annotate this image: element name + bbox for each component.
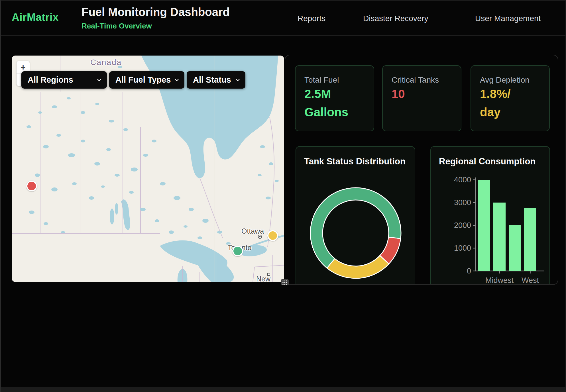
map-filters: All Regions All Fuel Types All Status [21,71,245,89]
svg-text:West: West [522,276,539,285]
svg-text:0: 0 [467,267,471,275]
svg-text:Midwest: Midwest [485,276,514,285]
regional-consumption-bar-chart: 01000200030004000MidwestWest [431,147,551,285]
map-label-canada: Canada [90,58,122,67]
svg-text:4000: 4000 [454,175,471,184]
stat-value: 10 [392,88,405,100]
bar [524,208,536,271]
stat-value: 2.5M [304,88,331,100]
overview-panel: Total Fuel 2.5M Gallons Critical Tanks 1… [285,55,558,285]
tank-status-card: Tank Status Distribution [296,146,415,285]
svg-text:3000: 3000 [454,198,471,207]
tank-marker-warning[interactable] [267,230,278,241]
tank-marker-normal[interactable] [232,246,243,256]
nav-reports[interactable]: Reports [298,14,325,23]
chevron-down-icon [174,77,180,83]
svg-text:1000: 1000 [454,244,471,252]
fuel-type-filter-dropdown[interactable]: All Fuel Types [109,71,184,89]
page-title: Fuel Monitoring Dashboard [82,6,230,19]
stat-card-avg-depletion: Avg Depletion 1.8%/ day [471,65,550,131]
tank-status-donut-chart [296,147,416,285]
status-filter-dropdown[interactable]: All Status [187,71,245,89]
donut-segment-warning [327,256,389,278]
stat-card-total-fuel: Total Fuel 2.5M Gallons [295,65,374,131]
fuel-type-filter-value: All Fuel Types [115,75,171,85]
stat-label: Avg Depletion [480,75,530,85]
header: AirMatrix Fuel Monitoring Dashboard Real… [1,1,565,36]
stat-label: Total Fuel [304,75,339,85]
bar [478,180,490,271]
stat-label: Critical Tanks [392,75,439,85]
regional-consumption-card: Regional Consumption 01000200030004000Mi… [430,146,550,285]
chevron-down-icon [235,77,241,83]
stat-value: 1.8%/ [480,88,510,100]
svg-text:2000: 2000 [454,221,471,230]
stat-card-critical-tanks: Critical Tanks 10 [382,65,461,131]
window-bottom-edge [1,387,565,392]
map-label-ottawa: Ottawa [241,227,264,235]
region-filter-dropdown[interactable]: All Regions [21,71,107,89]
map[interactable]: Canada Ottawa Toronto New York + − All R… [12,56,284,282]
bar [493,203,506,271]
nav-user-management[interactable]: User Management [475,14,541,23]
stat-value: day [480,106,500,118]
recent-alerts-section: Recent Alerts Tank 2: Low fuel warning 3… [1,285,565,387]
status-filter-value: All Status [193,75,231,85]
chevron-down-icon [96,77,102,83]
stat-value: Gallons [304,106,348,118]
region-filter-value: All Regions [28,75,73,85]
bar [509,225,521,271]
fuel-monitoring-dashboard: AirMatrix Fuel Monitoring Dashboard Real… [0,0,566,392]
map-label-new-york: New York [256,275,284,282]
nav-disaster-recovery[interactable]: Disaster Recovery [363,14,428,23]
page-subtitle: Real-Time Overview [82,22,152,30]
tank-marker-critical[interactable] [26,181,37,191]
app-logo: AirMatrix [12,11,59,23]
